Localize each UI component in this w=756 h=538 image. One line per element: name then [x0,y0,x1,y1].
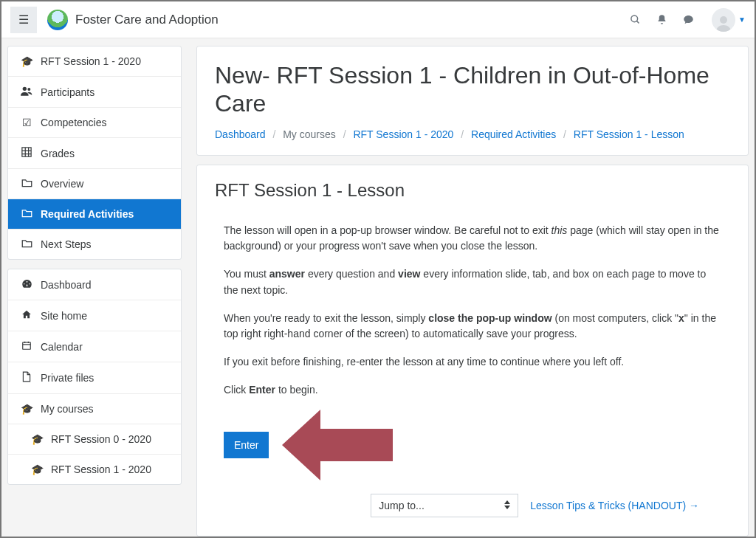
sidebar-item-label: Required Activities [41,208,134,220]
svg-point-3 [23,87,27,91]
hamburger-toggle[interactable]: ☰ [10,7,37,33]
sidebar-item-label: RFT Session 0 - 2020 [51,433,151,445]
svg-point-2 [720,16,727,24]
avatar-icon [712,8,735,32]
sidebar-item-competencies[interactable]: ☑ Competencies [8,108,181,138]
graduation-icon: 🎓 [18,55,35,67]
svg-marker-16 [504,506,510,509]
sidebar-item-label: Calendar [41,341,83,353]
sidebar-item-required-activities[interactable]: Required Activities [8,199,181,230]
page-title: New- RFT Session 1 - Children in Out-of-… [215,61,730,118]
select-label: Jump to... [379,500,424,511]
sidebar-item-participants[interactable]: Participants [8,77,181,108]
sidebar-item-overview[interactable]: Overview [8,169,181,199]
sidebar-item-dashboard[interactable]: Dashboard [8,269,181,300]
sidebar-item-label: Competencies [41,117,107,128]
lesson-paragraph: When you're ready to exit the lesson, si… [224,311,721,342]
main-content: New- RFT Session 1 - Children in Out-of-… [196,46,749,537]
sidebar-item-next-steps[interactable]: Next Steps [8,230,181,259]
sidebar-item-site-home[interactable]: Site home [8,300,181,331]
enter-button[interactable]: Enter [224,432,269,458]
users-icon [18,86,35,98]
folder-icon [18,238,35,250]
home-icon [18,309,35,322]
svg-point-4 [27,88,30,91]
folder-icon [18,178,35,190]
breadcrumb-separator-icon: / [272,128,275,140]
check-square-icon: ☑ [18,117,35,128]
hamburger-icon: ☰ [18,13,29,27]
pointer-arrow-icon [282,410,393,480]
sidebar-item-label: Site home [41,310,87,322]
gauge-icon [18,278,35,291]
sidebar-item-label: RFT Session 1 - 2020 [41,55,141,67]
lesson-paragraph: If you exit before finishing, re-enter t… [224,354,721,370]
sidebar-item-label: Next Steps [41,238,91,250]
sidebar-item-calendar[interactable]: Calendar [8,331,181,362]
lesson-paragraph: The lesson will open in a pop-up browser… [224,223,721,255]
bell-icon[interactable] [648,7,675,33]
svg-rect-10 [23,342,31,349]
breadcrumb-course[interactable]: RFT Session 1 - 2020 [353,128,453,140]
graduation-icon: 🎓 [29,463,45,475]
sidebar-item-label: Dashboard [41,279,92,291]
sidebar-item-label: Private files [41,372,94,384]
sidebar-item-grades[interactable]: Grades [8,138,181,169]
svg-marker-14 [282,410,393,480]
breadcrumb-dashboard[interactable]: Dashboard [215,128,266,140]
graduation-icon: 🎓 [18,403,35,415]
lesson-title: RFT Session 1 - Lesson [215,180,730,201]
caret-down-icon: ▼ [738,15,746,24]
folder-icon [18,208,35,220]
next-activity-link[interactable]: Lesson Tips & Tricks (HANDOUT) → [530,500,699,511]
user-menu[interactable]: ▼ [701,7,746,33]
lesson-card: RFT Session 1 - Lesson The lesson will o… [196,165,749,537]
jump-to-select[interactable]: Jump to... [371,494,518,517]
breadcrumb-separator-icon: / [461,128,464,140]
site-logo-icon [47,10,68,30]
lesson-paragraph: Click Enter to begin. [224,382,721,399]
sidebar-item-my-courses[interactable]: 🎓 My courses [8,394,181,424]
breadcrumb-page[interactable]: RFT Session 1 - Lesson [574,128,684,140]
breadcrumb-separator-icon: / [343,128,346,140]
calendar-icon [18,340,35,353]
graduation-icon: 🎓 [29,433,45,445]
search-icon[interactable] [622,7,648,33]
lesson-body: The lesson will open in a pop-up browser… [215,214,730,521]
sidebar-item-label: Overview [41,178,83,190]
sidebar-item-course-0[interactable]: 🎓 RFT Session 0 - 2020 [8,424,181,455]
breadcrumb: Dashboard / My courses / RFT Session 1 -… [215,128,730,140]
course-nav-block: 🎓 RFT Session 1 - 2020 Participants ☑ Co… [7,46,182,260]
page-header-card: New- RFT Session 1 - Children in Out-of-… [196,46,749,156]
site-nav-block: Dashboard Site home Calendar Private fil… [7,269,182,485]
breadcrumb-section[interactable]: Required Activities [471,128,556,140]
svg-rect-5 [22,148,31,156]
sidebar-item-label: RFT Session 1 - 2020 [51,463,151,475]
select-caret-icon [504,500,510,511]
chat-icon[interactable] [675,7,701,33]
sidebar-item-label: Participants [41,86,94,98]
grid-icon [18,147,35,159]
sidebar-item-private-files[interactable]: Private files [8,362,181,394]
sidebar-item-course-1[interactable]: 🎓 RFT Session 1 - 2020 [8,455,181,484]
sidebar: 🎓 RFT Session 1 - 2020 Participants ☑ Co… [7,46,182,537]
lesson-paragraph: You must answer every question and view … [224,266,721,298]
sidebar-item-label: My courses [41,403,94,415]
svg-point-0 [630,15,637,22]
top-navbar: ☰ Foster Care and Adoption ▼ [1,1,755,38]
site-title[interactable]: Foster Care and Adoption [75,13,219,27]
sidebar-item-course[interactable]: 🎓 RFT Session 1 - 2020 [8,46,181,77]
breadcrumb-separator-icon: / [563,128,566,140]
file-icon [18,371,35,384]
breadcrumb-mycourses: My courses [283,128,336,140]
svg-line-1 [636,21,639,23]
sidebar-item-label: Grades [41,148,75,159]
svg-marker-15 [504,500,510,504]
